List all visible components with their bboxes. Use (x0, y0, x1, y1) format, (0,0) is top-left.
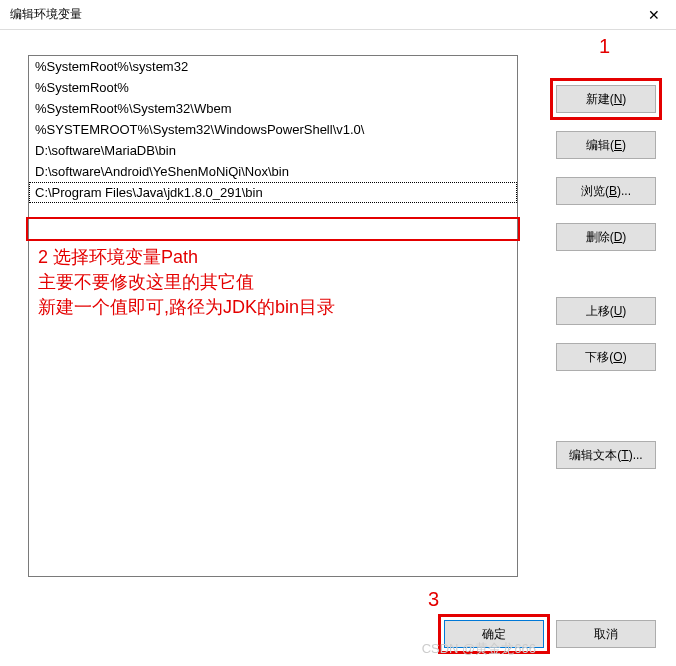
titlebar: 编辑环境变量 ✕ (0, 0, 676, 30)
list-item[interactable]: %SystemRoot%\system32 (29, 56, 517, 77)
list-item[interactable]: %SystemRoot% (29, 77, 517, 98)
browse-button[interactable]: 浏览(B)... (556, 177, 656, 205)
annotation-highlight-item (26, 217, 520, 241)
edit-button[interactable]: 编辑(E) (556, 131, 656, 159)
cancel-button[interactable]: 取消 (556, 620, 656, 648)
list-item[interactable]: D:\software\Android\YeShenMoNiQi\Nox\bin (29, 161, 517, 182)
list-item[interactable]: D:\software\MariaDB\bin (29, 140, 517, 161)
ok-button[interactable]: 确定 (444, 620, 544, 648)
path-listbox[interactable]: %SystemRoot%\system32 %SystemRoot% %Syst… (28, 55, 518, 577)
close-icon: ✕ (648, 7, 660, 23)
list-item[interactable]: %SYSTEMROOT%\System32\WindowsPowerShell\… (29, 119, 517, 140)
window-title: 编辑环境变量 (10, 6, 82, 23)
annotation-1: 1 (599, 32, 610, 60)
list-item-selected[interactable]: C:\Program Files\Java\jdk1.8.0_291\bin (29, 182, 517, 203)
list-item[interactable]: %SystemRoot%\System32\Wbem (29, 98, 517, 119)
annotation-3: 3 (428, 585, 439, 613)
movedown-button[interactable]: 下移(O) (556, 343, 656, 371)
moveup-button[interactable]: 上移(U) (556, 297, 656, 325)
edittext-button[interactable]: 编辑文本(T)... (556, 441, 656, 469)
dialog-content: %SystemRoot%\system32 %SystemRoot% %Syst… (0, 30, 676, 597)
new-button[interactable]: 新建(N) (556, 85, 656, 113)
close-button[interactable]: ✕ (631, 0, 676, 30)
footer-buttons: 确定 取消 (444, 620, 656, 648)
delete-button[interactable]: 删除(D) (556, 223, 656, 251)
button-sidebar: 新建(N) 编辑(E) 浏览(B)... 删除(D) 上移(U) 下移(O) 编… (556, 85, 656, 469)
